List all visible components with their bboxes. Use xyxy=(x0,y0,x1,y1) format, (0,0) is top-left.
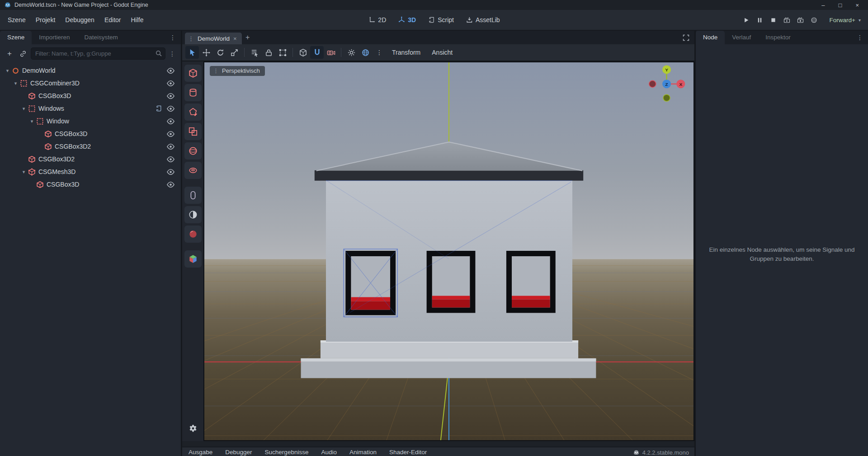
dock-menu-icon[interactable]: ⋮ xyxy=(852,34,868,41)
transform-menu[interactable]: Transform xyxy=(387,49,426,56)
expand-arrow-icon[interactable]: ▾ xyxy=(20,106,28,112)
strip-settings-button[interactable] xyxy=(184,420,202,437)
sun-settings-button[interactable] xyxy=(344,46,358,59)
instance-scene-button[interactable] xyxy=(17,48,29,60)
scene-tree: ▾ DemoWorld ▾ CSGCombiner3D CSGBox3D xyxy=(0,63,181,456)
dock-menu-icon[interactable]: ⋮ xyxy=(165,34,181,41)
close-tab-icon[interactable]: × xyxy=(233,35,237,42)
visibility-eye-icon[interactable] xyxy=(166,130,175,138)
csg-torus-tool-button[interactable] xyxy=(184,162,202,179)
camera-override-button[interactable] xyxy=(324,46,338,59)
tab-verlauf[interactable]: Verlauf xyxy=(725,31,758,44)
filter-input[interactable] xyxy=(31,47,165,60)
contrast-tool-button[interactable] xyxy=(184,206,202,223)
visibility-eye-icon[interactable] xyxy=(166,79,175,88)
snap-button[interactable] xyxy=(310,46,324,59)
capsule-tool-button[interactable] xyxy=(184,187,202,204)
expand-arrow-icon[interactable]: ▾ xyxy=(20,169,28,175)
renderer-dropdown[interactable]: Forward+ ▾ xyxy=(830,17,861,24)
select-tool-button[interactable] xyxy=(185,46,199,59)
expand-viewport-button[interactable] xyxy=(680,32,692,43)
bottom-tab-shader-editor[interactable]: Shader-Editor xyxy=(383,449,433,456)
visibility-eye-icon[interactable] xyxy=(166,142,175,151)
mode-assetlib-button[interactable]: AssetLib xyxy=(462,14,504,26)
3d-viewport[interactable]: Y Z X ⋮ Perspektivisch xyxy=(203,61,694,441)
tree-row-window[interactable]: ▾ Window xyxy=(0,115,181,127)
pause-button[interactable] xyxy=(754,14,766,25)
tree-row-demoworld[interactable]: ▾ DemoWorld xyxy=(0,64,181,77)
csg-polygon-tool-button[interactable] xyxy=(184,103,202,121)
expand-arrow-icon[interactable]: ▾ xyxy=(4,68,11,74)
tab-drag-handle-icon: ⋮ xyxy=(188,35,194,42)
play-scene-button[interactable] xyxy=(781,14,793,25)
expand-arrow-icon[interactable]: ▾ xyxy=(28,118,36,124)
menu-hilfe[interactable]: Hilfe xyxy=(126,14,148,26)
bottom-tab-animation[interactable]: Animation xyxy=(343,449,383,456)
tree-row-csgbox3d2[interactable]: CSGBox3D2 xyxy=(0,140,181,153)
tree-row-csgbox3d[interactable]: CSGBox3D xyxy=(0,127,181,140)
stop-button[interactable] xyxy=(767,14,779,25)
group-button[interactable] xyxy=(276,46,289,59)
sphere-material-button[interactable] xyxy=(184,226,202,243)
menu-szene[interactable]: Szene xyxy=(3,14,31,26)
visibility-eye-icon[interactable] xyxy=(166,66,175,75)
csg-sphere-tool-button[interactable] xyxy=(184,142,202,160)
bottom-tab-suchergebnisse[interactable]: Suchergebnisse xyxy=(259,449,315,456)
tree-row-csgcombiner3d[interactable]: ▾ CSGCombiner3D xyxy=(0,77,181,89)
maximize-button[interactable]: □ xyxy=(839,2,842,9)
tree-row-csgbox3d[interactable]: CSGBox3D xyxy=(0,89,181,102)
mode-script-button[interactable]: Script xyxy=(424,14,458,26)
tree-row-csgbox3d[interactable]: CSGBox3D xyxy=(0,178,181,191)
visibility-eye-icon[interactable] xyxy=(166,180,175,189)
tab-dateisystem[interactable]: Dateisystem xyxy=(77,31,125,44)
bottom-tab-audio[interactable]: Audio xyxy=(315,449,343,456)
tab-importieren[interactable]: Importieren xyxy=(32,31,77,44)
play-button[interactable] xyxy=(740,14,752,25)
perspective-menu-button[interactable]: ⋮ Perspektivisch xyxy=(210,66,265,76)
tree-options-icon[interactable]: ⋮ xyxy=(167,50,177,57)
mode-2d-button[interactable]: 2D xyxy=(364,14,390,26)
bottom-panel-bar: Ausgabe Debugger Suchergebnisse Audio An… xyxy=(182,447,694,456)
visibility-eye-icon[interactable] xyxy=(166,117,175,126)
new-scene-tab-button[interactable]: + xyxy=(242,32,254,43)
rotate-tool-button[interactable] xyxy=(213,46,227,59)
csg-cylinder-tool-button[interactable] xyxy=(184,84,202,101)
minimize-button[interactable]: – xyxy=(821,2,825,9)
list-select-button[interactable] xyxy=(248,46,261,59)
add-node-button[interactable]: + xyxy=(4,48,15,60)
tab-szene[interactable]: Szene xyxy=(0,31,32,44)
visibility-eye-icon[interactable] xyxy=(166,92,175,100)
mode-3d-button[interactable]: 3D xyxy=(394,14,420,26)
bottom-tab-ausgabe[interactable]: Ausgabe xyxy=(188,449,219,456)
ansicht-menu[interactable]: Ansicht xyxy=(426,49,458,56)
visibility-eye-icon[interactable] xyxy=(166,155,175,164)
local-space-button[interactable] xyxy=(296,46,310,59)
csg-box-tool-button[interactable] xyxy=(184,65,202,82)
sun-env-menu-button[interactable]: ⋮ xyxy=(373,46,386,59)
scene-tab-demoworld[interactable]: ⋮ DemoWorld × xyxy=(185,33,242,44)
lock-button[interactable] xyxy=(262,46,275,59)
scale-tool-button[interactable] xyxy=(227,46,241,59)
environment-settings-button[interactable] xyxy=(359,46,372,59)
movie-maker-button[interactable] xyxy=(808,14,820,25)
visibility-eye-icon[interactable] xyxy=(166,104,175,113)
csg-combiner-tool-button[interactable] xyxy=(184,123,202,140)
menu-debuggen[interactable]: Debuggen xyxy=(60,14,99,26)
csg-box-icon xyxy=(44,130,52,138)
menu-projekt[interactable]: Projekt xyxy=(31,14,61,26)
close-button[interactable]: × xyxy=(855,2,859,9)
scene-tab-label: DemoWorld xyxy=(198,35,230,42)
move-tool-button[interactable] xyxy=(199,46,213,59)
tab-node[interactable]: Node xyxy=(696,31,725,44)
tree-row-csgmesh3d[interactable]: ▾ CSGMesh3D xyxy=(0,165,181,178)
tab-inspektor[interactable]: Inspektor xyxy=(758,31,798,44)
script-icon[interactable] xyxy=(155,105,162,112)
tree-row-csgbox3d2[interactable]: CSGBox3D2 xyxy=(0,153,181,165)
tree-row-windows[interactable]: ▾ Windows xyxy=(0,102,181,115)
menu-editor[interactable]: Editor xyxy=(99,14,126,26)
expand-arrow-icon[interactable]: ▾ xyxy=(12,80,19,86)
play-custom-scene-button[interactable] xyxy=(794,14,807,25)
visibility-eye-icon[interactable] xyxy=(166,168,175,176)
gridmap-tool-button[interactable] xyxy=(184,250,202,268)
bottom-tab-debugger[interactable]: Debugger xyxy=(219,449,258,456)
